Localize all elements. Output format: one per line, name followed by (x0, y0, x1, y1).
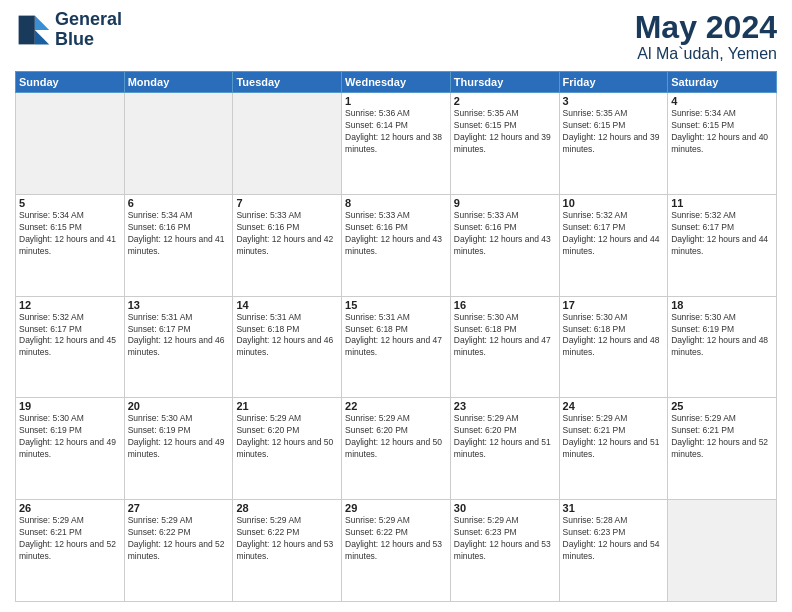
day-number: 14 (236, 299, 338, 311)
day-number: 29 (345, 502, 447, 514)
day-number: 15 (345, 299, 447, 311)
svg-marker-0 (35, 15, 49, 29)
logo-line1: General (55, 10, 122, 30)
day-info: Sunrise: 5:30 AMSunset: 6:19 PMDaylight:… (128, 413, 230, 461)
day-number: 28 (236, 502, 338, 514)
day-cell: 16Sunrise: 5:30 AMSunset: 6:18 PMDayligh… (450, 296, 559, 398)
day-cell: 28Sunrise: 5:29 AMSunset: 6:22 PMDayligh… (233, 500, 342, 602)
day-info: Sunrise: 5:30 AMSunset: 6:18 PMDaylight:… (454, 312, 556, 360)
day-info: Sunrise: 5:33 AMSunset: 6:16 PMDaylight:… (236, 210, 338, 258)
day-cell: 29Sunrise: 5:29 AMSunset: 6:22 PMDayligh… (342, 500, 451, 602)
day-number: 19 (19, 400, 121, 412)
day-cell: 5Sunrise: 5:34 AMSunset: 6:15 PMDaylight… (16, 194, 125, 296)
logo: General Blue (15, 10, 122, 50)
col-tuesday: Tuesday (233, 72, 342, 93)
day-cell (124, 93, 233, 195)
day-cell: 14Sunrise: 5:31 AMSunset: 6:18 PMDayligh… (233, 296, 342, 398)
location-subtitle: Al Ma`udah, Yemen (635, 45, 777, 63)
day-cell: 8Sunrise: 5:33 AMSunset: 6:16 PMDaylight… (342, 194, 451, 296)
day-info: Sunrise: 5:29 AMSunset: 6:22 PMDaylight:… (345, 515, 447, 563)
day-info: Sunrise: 5:35 AMSunset: 6:15 PMDaylight:… (563, 108, 665, 156)
day-cell: 2Sunrise: 5:35 AMSunset: 6:15 PMDaylight… (450, 93, 559, 195)
day-cell: 12Sunrise: 5:32 AMSunset: 6:17 PMDayligh… (16, 296, 125, 398)
logo-text: General Blue (55, 10, 122, 50)
day-cell: 6Sunrise: 5:34 AMSunset: 6:16 PMDaylight… (124, 194, 233, 296)
day-info: Sunrise: 5:34 AMSunset: 6:16 PMDaylight:… (128, 210, 230, 258)
day-number: 3 (563, 95, 665, 107)
month-title: May 2024 (635, 10, 777, 45)
day-cell: 27Sunrise: 5:29 AMSunset: 6:22 PMDayligh… (124, 500, 233, 602)
day-info: Sunrise: 5:32 AMSunset: 6:17 PMDaylight:… (19, 312, 121, 360)
day-info: Sunrise: 5:29 AMSunset: 6:20 PMDaylight:… (454, 413, 556, 461)
week-row-1: 1Sunrise: 5:36 AMSunset: 6:14 PMDaylight… (16, 93, 777, 195)
day-number: 9 (454, 197, 556, 209)
day-number: 7 (236, 197, 338, 209)
week-row-5: 26Sunrise: 5:29 AMSunset: 6:21 PMDayligh… (16, 500, 777, 602)
col-saturday: Saturday (668, 72, 777, 93)
day-number: 25 (671, 400, 773, 412)
day-info: Sunrise: 5:29 AMSunset: 6:20 PMDaylight:… (345, 413, 447, 461)
page: General Blue May 2024 Al Ma`udah, Yemen … (0, 0, 792, 612)
week-row-3: 12Sunrise: 5:32 AMSunset: 6:17 PMDayligh… (16, 296, 777, 398)
day-number: 4 (671, 95, 773, 107)
day-cell: 30Sunrise: 5:29 AMSunset: 6:23 PMDayligh… (450, 500, 559, 602)
day-number: 10 (563, 197, 665, 209)
day-cell (16, 93, 125, 195)
title-area: May 2024 Al Ma`udah, Yemen (635, 10, 777, 63)
day-info: Sunrise: 5:28 AMSunset: 6:23 PMDaylight:… (563, 515, 665, 563)
col-wednesday: Wednesday (342, 72, 451, 93)
day-cell (668, 500, 777, 602)
day-cell: 11Sunrise: 5:32 AMSunset: 6:17 PMDayligh… (668, 194, 777, 296)
day-cell: 1Sunrise: 5:36 AMSunset: 6:14 PMDaylight… (342, 93, 451, 195)
day-number: 11 (671, 197, 773, 209)
day-info: Sunrise: 5:34 AMSunset: 6:15 PMDaylight:… (671, 108, 773, 156)
day-number: 22 (345, 400, 447, 412)
day-info: Sunrise: 5:34 AMSunset: 6:15 PMDaylight:… (19, 210, 121, 258)
day-number: 24 (563, 400, 665, 412)
day-number: 17 (563, 299, 665, 311)
day-info: Sunrise: 5:29 AMSunset: 6:20 PMDaylight:… (236, 413, 338, 461)
day-info: Sunrise: 5:29 AMSunset: 6:22 PMDaylight:… (128, 515, 230, 563)
svg-marker-1 (35, 30, 49, 44)
day-cell: 18Sunrise: 5:30 AMSunset: 6:19 PMDayligh… (668, 296, 777, 398)
week-row-4: 19Sunrise: 5:30 AMSunset: 6:19 PMDayligh… (16, 398, 777, 500)
day-number: 30 (454, 502, 556, 514)
day-number: 16 (454, 299, 556, 311)
day-number: 27 (128, 502, 230, 514)
day-cell: 22Sunrise: 5:29 AMSunset: 6:20 PMDayligh… (342, 398, 451, 500)
day-info: Sunrise: 5:32 AMSunset: 6:17 PMDaylight:… (563, 210, 665, 258)
day-info: Sunrise: 5:36 AMSunset: 6:14 PMDaylight:… (345, 108, 447, 156)
calendar-table: Sunday Monday Tuesday Wednesday Thursday… (15, 71, 777, 602)
col-monday: Monday (124, 72, 233, 93)
day-cell: 26Sunrise: 5:29 AMSunset: 6:21 PMDayligh… (16, 500, 125, 602)
day-info: Sunrise: 5:30 AMSunset: 6:19 PMDaylight:… (19, 413, 121, 461)
day-info: Sunrise: 5:31 AMSunset: 6:18 PMDaylight:… (236, 312, 338, 360)
svg-rect-2 (19, 15, 35, 44)
day-info: Sunrise: 5:35 AMSunset: 6:15 PMDaylight:… (454, 108, 556, 156)
day-info: Sunrise: 5:29 AMSunset: 6:22 PMDaylight:… (236, 515, 338, 563)
col-thursday: Thursday (450, 72, 559, 93)
day-info: Sunrise: 5:29 AMSunset: 6:21 PMDaylight:… (19, 515, 121, 563)
day-number: 2 (454, 95, 556, 107)
day-number: 26 (19, 502, 121, 514)
header: General Blue May 2024 Al Ma`udah, Yemen (15, 10, 777, 63)
day-cell: 20Sunrise: 5:30 AMSunset: 6:19 PMDayligh… (124, 398, 233, 500)
day-info: Sunrise: 5:29 AMSunset: 6:23 PMDaylight:… (454, 515, 556, 563)
day-cell: 10Sunrise: 5:32 AMSunset: 6:17 PMDayligh… (559, 194, 668, 296)
day-cell: 4Sunrise: 5:34 AMSunset: 6:15 PMDaylight… (668, 93, 777, 195)
logo-icon (15, 12, 51, 48)
day-number: 6 (128, 197, 230, 209)
day-info: Sunrise: 5:33 AMSunset: 6:16 PMDaylight:… (345, 210, 447, 258)
day-info: Sunrise: 5:31 AMSunset: 6:17 PMDaylight:… (128, 312, 230, 360)
day-number: 8 (345, 197, 447, 209)
day-cell: 15Sunrise: 5:31 AMSunset: 6:18 PMDayligh… (342, 296, 451, 398)
day-info: Sunrise: 5:31 AMSunset: 6:18 PMDaylight:… (345, 312, 447, 360)
day-number: 5 (19, 197, 121, 209)
day-cell: 7Sunrise: 5:33 AMSunset: 6:16 PMDaylight… (233, 194, 342, 296)
logo-line2: Blue (55, 30, 122, 50)
day-info: Sunrise: 5:30 AMSunset: 6:19 PMDaylight:… (671, 312, 773, 360)
day-cell: 3Sunrise: 5:35 AMSunset: 6:15 PMDaylight… (559, 93, 668, 195)
day-info: Sunrise: 5:29 AMSunset: 6:21 PMDaylight:… (671, 413, 773, 461)
header-row: Sunday Monday Tuesday Wednesday Thursday… (16, 72, 777, 93)
day-cell: 13Sunrise: 5:31 AMSunset: 6:17 PMDayligh… (124, 296, 233, 398)
